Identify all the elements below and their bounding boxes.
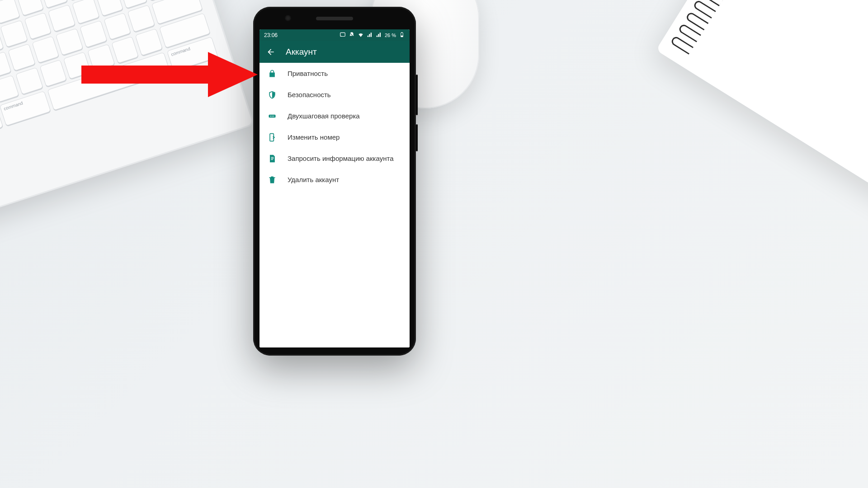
phone-change-icon	[268, 133, 277, 142]
keyboard-prop: controloptioncommand command	[0, 0, 255, 225]
document-icon	[268, 154, 277, 163]
status-bar: 23:06 m 26 %	[259, 29, 410, 41]
svg-point-11	[270, 115, 271, 116]
svg-point-12	[272, 115, 273, 116]
menu-item-security[interactable]: Безопасность	[259, 84, 410, 105]
bell-muted-icon	[349, 32, 355, 39]
lock-icon	[268, 69, 277, 78]
menu-item-delete-account[interactable]: Удалить аккаунт	[259, 169, 410, 190]
settings-list: Приватность Безопасность Двухшаговая про…	[259, 63, 410, 347]
svg-rect-9	[401, 32, 402, 33]
svg-rect-16	[271, 158, 274, 159]
trash-icon	[268, 175, 277, 184]
shield-icon	[268, 90, 277, 99]
signal-icon	[367, 32, 373, 39]
cast-icon	[340, 32, 346, 39]
menu-item-privacy[interactable]: Приватность	[259, 63, 410, 84]
svg-rect-17	[271, 159, 273, 160]
svg-rect-14	[270, 133, 274, 141]
menu-item-label: Приватность	[288, 70, 328, 77]
page-title: Аккаунт	[286, 47, 317, 57]
phone-camera	[285, 15, 291, 21]
svg-rect-5	[340, 33, 345, 36]
menu-item-label: Запросить информацию аккаунта	[288, 155, 393, 162]
wifi-icon	[358, 32, 364, 39]
menu-item-request-info[interactable]: Запросить информацию аккаунта	[259, 148, 410, 169]
status-battery: 26 %	[385, 33, 396, 38]
menu-item-label: Удалить аккаунт	[288, 176, 339, 183]
dots-icon	[268, 112, 277, 121]
menu-item-two-step[interactable]: Двухшаговая проверка	[259, 105, 410, 127]
phone-screen: 23:06 m 26 %	[259, 29, 410, 347]
status-time: 23:06	[264, 32, 278, 38]
menu-item-label: Двухшаговая проверка	[288, 112, 360, 120]
signal2-icon	[376, 32, 382, 39]
notebook-prop	[656, 0, 868, 203]
menu-item-label: Изменить номер	[288, 133, 340, 141]
menu-item-label: Безопасность	[288, 91, 331, 99]
back-button[interactable]	[266, 47, 276, 57]
battery-icon	[399, 32, 405, 39]
svg-rect-8	[401, 35, 403, 37]
menu-item-change-number[interactable]: Изменить номер	[259, 127, 410, 148]
svg-rect-15	[271, 157, 274, 157]
phone-frame: 23:06 m 26 %	[253, 7, 416, 356]
app-bar: Аккаунт	[259, 41, 410, 63]
svg-point-13	[273, 115, 274, 116]
phone-speaker	[316, 17, 353, 20]
